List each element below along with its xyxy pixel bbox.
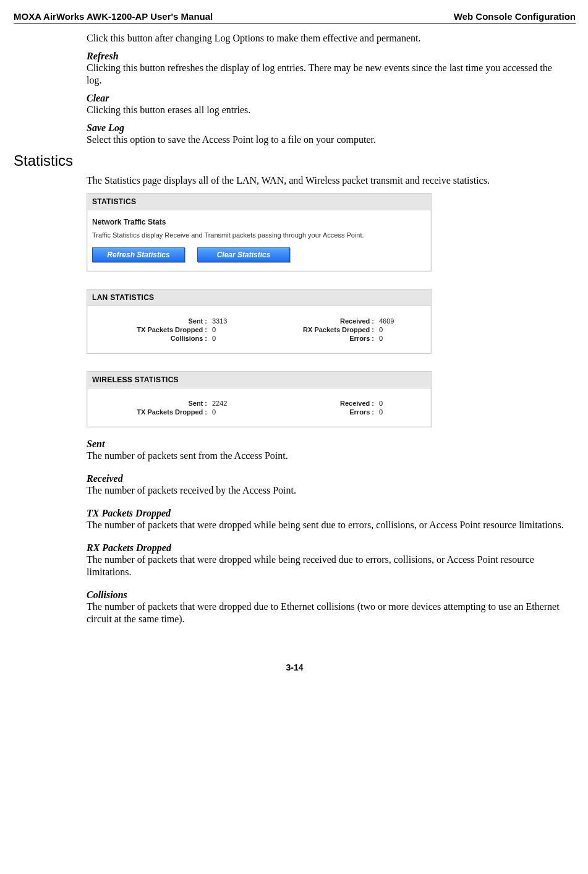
lan-received-value: 4609 bbox=[377, 317, 414, 325]
sent-term: Sent bbox=[87, 439, 569, 450]
wireless-tx-dropped-value: 0 bbox=[210, 408, 259, 416]
wireless-errors-value: 0 bbox=[377, 408, 414, 416]
lan-errors-value: 0 bbox=[377, 335, 414, 342]
panel-statistics-title: STATISTICS bbox=[87, 194, 431, 210]
panel-wireless-statistics: WIRELESS STATISTICS Sent : 2242 Received… bbox=[87, 371, 432, 427]
statistics-intro: The Statistics page displays all of the … bbox=[87, 174, 569, 187]
received-desc: The number of packets received by the Ac… bbox=[87, 484, 569, 497]
wireless-tx-dropped-label: TX Packets Dropped : bbox=[92, 408, 210, 416]
panel-lan-statistics: LAN STATISTICS Sent : 3313 Received : 46… bbox=[87, 289, 432, 354]
rx-dropped-term: RX Packets Dropped bbox=[87, 542, 569, 554]
wireless-sent-value: 2242 bbox=[210, 400, 259, 407]
savelog-desc: Select this option to save the Access Po… bbox=[87, 134, 569, 146]
sent-desc: The number of packets sent from the Acce… bbox=[87, 450, 569, 462]
lan-sent-value: 3313 bbox=[210, 317, 259, 325]
panel-wireless-title: WIRELESS STATISTICS bbox=[87, 372, 431, 388]
tx-dropped-desc: The number of packets that were dropped … bbox=[87, 519, 569, 531]
refresh-statistics-button[interactable]: Refresh Statistics bbox=[92, 247, 185, 262]
refresh-term: Refresh bbox=[87, 51, 569, 62]
lan-collisions-label: Collisions : bbox=[92, 335, 210, 342]
page-number: 3-14 bbox=[14, 662, 576, 683]
rx-dropped-desc: The number of packets that were dropped … bbox=[87, 554, 569, 578]
statistics-screenshot: STATISTICS Network Traffic Stats Traffic… bbox=[87, 193, 432, 427]
intro-paragraph: Click this button after changing Log Opt… bbox=[87, 32, 569, 45]
network-traffic-desc: Traffic Statistics display Receive and T… bbox=[92, 231, 426, 239]
wireless-errors-label: Errors : bbox=[259, 408, 377, 416]
wireless-sent-label: Sent : bbox=[92, 400, 210, 407]
received-term: Received bbox=[87, 473, 569, 484]
clear-statistics-button[interactable]: Clear Statistics bbox=[197, 247, 290, 262]
section-title-statistics: Statistics bbox=[14, 152, 576, 169]
network-traffic-heading: Network Traffic Stats bbox=[92, 218, 426, 226]
panel-statistics: STATISTICS Network Traffic Stats Traffic… bbox=[87, 193, 432, 272]
wireless-received-value: 0 bbox=[377, 400, 414, 407]
lan-sent-label: Sent : bbox=[92, 317, 210, 325]
tx-dropped-term: TX Packets Dropped bbox=[87, 508, 569, 519]
lan-collisions-value: 0 bbox=[210, 335, 259, 342]
lan-tx-dropped-label: TX Packets Dropped : bbox=[92, 326, 210, 333]
lan-errors-label: Errors : bbox=[259, 335, 377, 342]
refresh-desc: Clicking this button refreshes the displ… bbox=[87, 62, 569, 87]
clear-term: Clear bbox=[87, 93, 569, 104]
collisions-desc: The number of packets that were dropped … bbox=[87, 601, 569, 625]
panel-lan-title: LAN STATISTICS bbox=[87, 289, 431, 306]
header-right: Web Console Configuration bbox=[454, 11, 576, 22]
clear-desc: Clicking this button erases all log entr… bbox=[87, 104, 569, 116]
collisions-term: Collisions bbox=[87, 589, 569, 601]
lan-rx-dropped-value: 0 bbox=[377, 326, 414, 333]
wireless-received-label: Received : bbox=[259, 400, 377, 407]
header-left: MOXA AirWorks AWK-1200-AP User's Manual bbox=[14, 11, 213, 22]
lan-rx-dropped-label: RX Packets Dropped : bbox=[259, 326, 377, 333]
header-rule bbox=[14, 23, 576, 24]
savelog-term: Save Log bbox=[87, 122, 569, 134]
lan-tx-dropped-value: 0 bbox=[210, 326, 259, 333]
lan-received-label: Received : bbox=[259, 317, 377, 325]
